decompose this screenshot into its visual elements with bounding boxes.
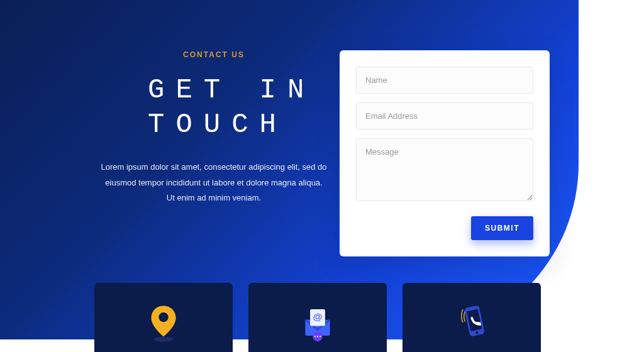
map-pin-icon (142, 300, 186, 347)
info-card-phone[interactable] (402, 283, 541, 352)
left-column: CONTACT US GET IN TOUCH Lorem ipsum dolo… (94, 50, 333, 206)
email-field[interactable] (356, 102, 533, 129)
eyebrow-text: CONTACT US (94, 50, 333, 59)
svg-point-8 (319, 336, 321, 337)
message-field[interactable] (356, 138, 533, 201)
submit-button[interactable]: SUBMIT (471, 216, 533, 240)
svg-point-0 (154, 336, 174, 341)
phone-icon (450, 300, 494, 347)
submit-row: SUBMIT (356, 216, 533, 240)
email-icon: @ (296, 300, 340, 347)
hero-description: Lorem ipsum dolor sit amet, consectetur … (101, 160, 327, 206)
svg-point-7 (317, 336, 318, 337)
contact-form: SUBMIT (340, 50, 550, 256)
svg-point-1 (158, 312, 168, 322)
info-card-location[interactable] (94, 283, 233, 352)
svg-text:@: @ (313, 311, 322, 322)
name-field[interactable] (356, 67, 533, 94)
page-title: GET IN TOUCH (148, 73, 333, 142)
svg-point-6 (314, 336, 316, 337)
info-card-email[interactable]: @ (248, 283, 387, 352)
